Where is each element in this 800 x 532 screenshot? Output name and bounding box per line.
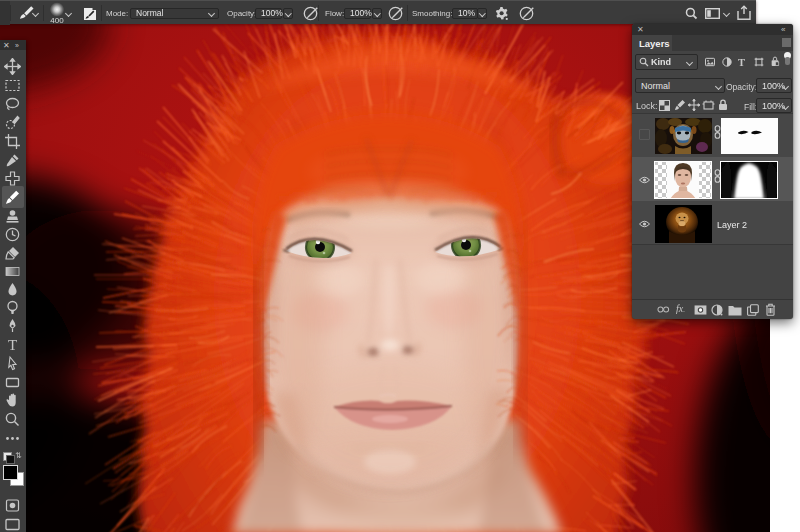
svg-text:T: T [8, 337, 17, 353]
